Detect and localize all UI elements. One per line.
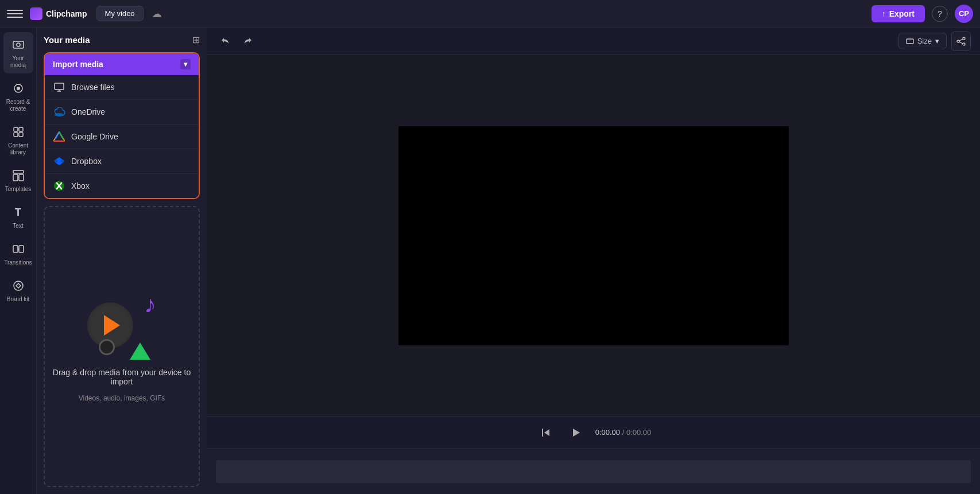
- record-icon: [10, 80, 26, 96]
- sidebar-item-transitions[interactable]: Transitions: [3, 236, 33, 271]
- sidebar-item-text[interactable]: T Text: [3, 200, 33, 234]
- sidebar-header: Your media ⊞: [44, 34, 200, 45]
- transitions-label: Transitions: [4, 259, 32, 266]
- your-media-icon: [10, 37, 26, 53]
- content-library-label: Content library: [6, 142, 31, 156]
- total-time: 0:00.00: [626, 428, 651, 437]
- svg-point-31: [963, 43, 965, 45]
- avatar[interactable]: CP: [955, 5, 973, 23]
- content-library-icon: [10, 124, 26, 140]
- dropbox-label: Dropbox: [71, 157, 102, 166]
- topbar-right: ↑ Export ? CP: [871, 5, 973, 23]
- preview-container: [207, 55, 980, 416]
- sidebar-item-record[interactable]: Record & create: [3, 76, 33, 117]
- dropzone-sub-text: Videos, audio, images, GIFs: [79, 394, 165, 402]
- transitions-icon: [10, 241, 26, 257]
- dropbox-icon: [53, 155, 65, 168]
- onedrive-item[interactable]: OneDrive: [45, 100, 199, 125]
- svg-rect-9: [13, 174, 18, 181]
- time-separator: /: [622, 428, 625, 437]
- svg-point-14: [14, 281, 23, 290]
- sidebar-item-content-library[interactable]: Content library: [3, 119, 33, 161]
- sidebar-title: Your media: [44, 35, 90, 45]
- disc-icon: [99, 339, 115, 355]
- svg-rect-15: [55, 83, 64, 90]
- svg-marker-36: [573, 429, 580, 437]
- svg-rect-8: [13, 170, 24, 173]
- browse-files-label: Browse files: [71, 83, 114, 92]
- svg-line-33: [959, 42, 963, 44]
- svg-line-32: [959, 39, 963, 41]
- skip-back-button[interactable]: [536, 422, 556, 443]
- cloud-icon: ☁: [152, 7, 162, 20]
- sidebar-item-brand-kit[interactable]: Brand kit: [3, 273, 33, 308]
- svg-point-3: [17, 87, 20, 90]
- svg-rect-11: [13, 246, 18, 252]
- sidebar-item-templates[interactable]: Templates: [3, 163, 33, 197]
- dropzone[interactable]: ♪ Drag & drop media from your device to …: [44, 206, 200, 487]
- browse-files-item[interactable]: Browse files: [45, 75, 199, 100]
- xbox-label: Xbox: [71, 181, 90, 190]
- editor-area: Size ▾: [207, 28, 980, 494]
- dropzone-main-text: Drag & drop media from your device to im…: [45, 368, 199, 386]
- play-triangle-icon: [130, 343, 150, 360]
- svg-rect-28: [907, 39, 913, 44]
- xbox-item[interactable]: Xbox: [45, 174, 199, 198]
- svg-point-29: [963, 37, 965, 40]
- hamburger-menu[interactable]: [7, 6, 23, 22]
- redo-button[interactable]: [239, 32, 257, 50]
- svg-marker-35: [544, 429, 549, 436]
- svg-rect-0: [13, 41, 24, 48]
- templates-label: Templates: [5, 186, 32, 193]
- dropzone-art: ♪: [82, 291, 162, 360]
- export-button[interactable]: ↑ Export: [871, 5, 925, 22]
- text-label: Text: [13, 223, 23, 230]
- svg-rect-6: [14, 133, 18, 137]
- size-label: Size: [917, 37, 932, 45]
- dropdown-items-list: Browse files OneDrive: [45, 75, 199, 198]
- import-dropdown-area: Import media ▾ Browse files: [44, 52, 200, 199]
- chevron-down-icon: ▾: [180, 59, 191, 69]
- logo-icon: [30, 7, 42, 20]
- your-media-label: Your media: [6, 55, 31, 69]
- video-tab[interactable]: My video: [96, 6, 144, 21]
- onedrive-icon: [53, 106, 65, 118]
- main-area: Your media Record & create Content lib: [0, 28, 980, 494]
- timeline-bar[interactable]: [216, 460, 971, 483]
- topbar: Clipchamp My video ☁ ↑ Export ? CP: [0, 0, 980, 28]
- svg-line-21: [59, 132, 63, 139]
- dropbox-item[interactable]: Dropbox: [45, 149, 199, 174]
- svg-line-20: [55, 132, 59, 139]
- sidebar-item-your-media[interactable]: Your media: [3, 32, 33, 73]
- preview-canvas: [398, 126, 789, 345]
- gdrive-item[interactable]: Google Drive: [45, 125, 199, 149]
- timeline-area: [207, 448, 980, 494]
- playback-controls: 0:00.00 / 0:00.00: [207, 416, 980, 448]
- logo-text: Clipchamp: [46, 9, 87, 18]
- onedrive-label: OneDrive: [71, 107, 105, 116]
- editor-toolbar: Size ▾: [207, 28, 980, 55]
- record-label: Record & create: [6, 99, 31, 112]
- monitor-icon: [53, 81, 65, 94]
- music-note-icon: ♪: [144, 291, 156, 318]
- svg-point-30: [957, 40, 959, 42]
- templates-icon: [10, 168, 26, 184]
- size-button[interactable]: Size ▾: [898, 33, 947, 49]
- gdrive-icon: [53, 130, 65, 143]
- help-button[interactable]: ?: [932, 6, 948, 22]
- import-media-button[interactable]: Import media ▾: [45, 53, 199, 75]
- brand-kit-icon: [10, 278, 26, 294]
- share-button[interactable]: [951, 32, 971, 51]
- undo-button[interactable]: [216, 32, 234, 50]
- svg-rect-4: [14, 127, 18, 131]
- xbox-icon: [53, 180, 65, 192]
- playback-time: 0:00.00 / 0:00.00: [595, 428, 652, 437]
- text-icon: T: [10, 204, 26, 220]
- expand-icon[interactable]: ⊞: [192, 34, 200, 45]
- svg-point-18: [55, 113, 64, 116]
- svg-rect-10: [19, 174, 24, 181]
- current-time: 0:00.00: [595, 428, 620, 437]
- svg-rect-7: [19, 133, 23, 137]
- sidebar-panel: Your media ⊞ Import media ▾ B: [37, 28, 207, 494]
- play-button[interactable]: [565, 422, 586, 443]
